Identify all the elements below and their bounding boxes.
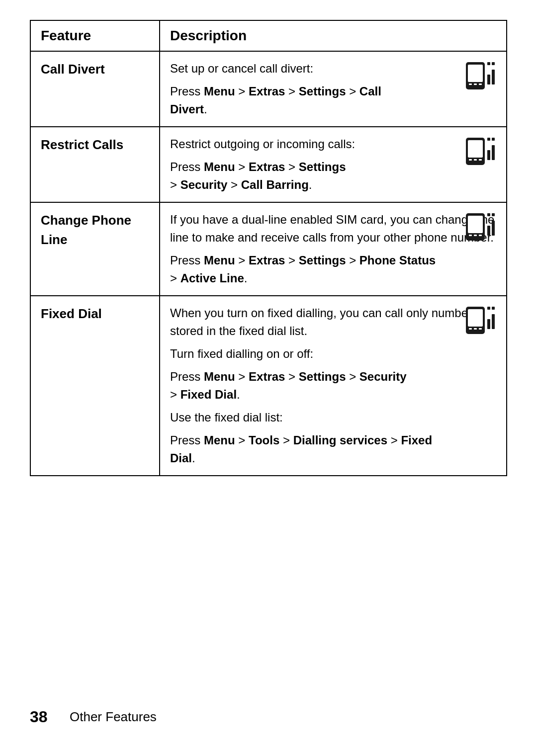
svg-rect-20 xyxy=(469,235,472,236)
fixed-dial-desc3: Press Menu > Extras > Settings > Securit… xyxy=(170,368,496,404)
tools-bold-fd2: Tools xyxy=(249,433,279,447)
svg-rect-14 xyxy=(487,150,490,160)
svg-rect-23 xyxy=(487,226,490,236)
svg-rect-25 xyxy=(487,213,490,216)
table-row: Fixed Dial xyxy=(30,296,507,476)
description-cell-call-divert: Set up or cancel call divert: Press Menu… xyxy=(160,51,507,127)
svg-rect-3 xyxy=(474,84,477,85)
svg-rect-16 xyxy=(487,138,490,141)
description-header: Description xyxy=(160,20,507,51)
security-bold-r: Security xyxy=(180,178,228,191)
feature-cell-change-phone: Change Phone Line xyxy=(30,202,160,296)
table-row: Change Phone Line xyxy=(30,202,507,296)
page-container: Feature Description Call Divert xyxy=(30,20,507,726)
svg-rect-28 xyxy=(468,309,483,327)
svg-rect-30 xyxy=(474,328,477,330)
svg-rect-34 xyxy=(487,307,490,310)
svg-rect-6 xyxy=(492,70,495,84)
svg-rect-4 xyxy=(479,84,482,85)
settings-bold-cp: Settings xyxy=(299,253,346,267)
svg-rect-22 xyxy=(479,235,482,236)
restrict-desc1: Restrict outgoing or incoming calls: xyxy=(170,135,496,153)
menu-bold-cp: Menu xyxy=(204,253,235,267)
svg-rect-21 xyxy=(474,235,477,236)
change-phone-desc1: If you have a dual-line enabled SIM card… xyxy=(170,211,496,247)
extras-bold-fd: Extras xyxy=(249,370,285,383)
feature-cell-call-divert: Call Divert xyxy=(30,51,160,127)
dial-bold-fd2: Dial xyxy=(170,451,192,465)
call-bold: Call xyxy=(359,84,381,98)
phone-icon-fixed-dial xyxy=(463,304,498,344)
svg-rect-32 xyxy=(487,319,490,329)
call-divert-desc1: Set up or cancel call divert: xyxy=(170,60,496,78)
callbarring-bold-r: Call Barring xyxy=(241,178,309,191)
settings-bold-r: Settings xyxy=(299,160,346,173)
fixeddial-bold-fd: Fixed Dial xyxy=(180,388,237,401)
phone-icon-change-phone xyxy=(463,211,498,251)
page-number: 38 xyxy=(30,708,60,726)
divert-bold: Divert xyxy=(170,102,204,116)
svg-rect-26 xyxy=(492,213,495,216)
svg-rect-7 xyxy=(487,62,490,65)
menu-bold-fd: Menu xyxy=(204,370,235,383)
fixed-bold-fd2: Fixed xyxy=(401,433,432,447)
svg-rect-1 xyxy=(468,65,483,82)
svg-rect-8 xyxy=(492,62,495,65)
menu-bold-r: Menu xyxy=(204,160,235,173)
svg-rect-2 xyxy=(469,84,472,85)
call-divert-desc2: Press Menu > Extras > Settings > Call Di… xyxy=(170,83,496,118)
description-cell-fixed-dial: When you turn on fixed dialling, you can… xyxy=(160,296,507,476)
svg-rect-33 xyxy=(492,314,495,329)
settings-bold-fd: Settings xyxy=(299,370,346,383)
svg-rect-12 xyxy=(474,159,477,161)
security-bold-fd: Security xyxy=(359,370,407,383)
svg-rect-11 xyxy=(469,159,472,161)
menu-bold-fd2: Menu xyxy=(204,433,235,447)
fixed-dial-desc1: When you turn on fixed dialling, you can… xyxy=(170,304,496,340)
fixed-dial-desc5: Press Menu > Tools > Dialling services >… xyxy=(170,431,496,467)
svg-rect-19 xyxy=(468,216,483,233)
table-row: Call Divert xyxy=(30,51,507,127)
description-cell-restrict-calls: Restrict outgoing or incoming calls: Pre… xyxy=(160,127,507,202)
phone-icon-call-divert xyxy=(463,60,498,99)
features-table: Feature Description Call Divert xyxy=(30,20,507,476)
svg-rect-35 xyxy=(492,307,495,310)
svg-rect-29 xyxy=(469,328,472,330)
svg-rect-13 xyxy=(479,159,482,161)
page-footer: 38 Other Features xyxy=(30,708,507,726)
feature-cell-restrict-calls: Restrict Calls xyxy=(30,127,160,202)
svg-rect-10 xyxy=(468,140,483,158)
svg-rect-24 xyxy=(492,221,495,236)
settings-bold: Settings xyxy=(299,84,346,98)
svg-rect-5 xyxy=(487,75,490,84)
menu-bold: Menu xyxy=(204,84,235,98)
restrict-desc2: Press Menu > Extras > Settings > Securit… xyxy=(170,158,496,194)
feature-cell-fixed-dial: Fixed Dial xyxy=(30,296,160,476)
phonestatus-bold-cp: Phone Status xyxy=(359,253,436,267)
extras-bold: Extras xyxy=(249,84,285,98)
change-phone-desc2: Press Menu > Extras > Settings > Phone S… xyxy=(170,252,496,287)
svg-rect-31 xyxy=(479,328,482,330)
dialling-bold-fd2: Dialling services xyxy=(293,433,387,447)
change-phone-label: Change Phone Line xyxy=(41,213,131,247)
extras-bold-cp: Extras xyxy=(249,253,285,267)
phone-icon-restrict-calls xyxy=(463,135,498,175)
feature-header: Feature xyxy=(30,20,160,51)
svg-rect-17 xyxy=(492,138,495,141)
section-title: Other Features xyxy=(70,709,157,725)
fixed-dial-desc4: Use the fixed dial list: xyxy=(170,409,496,426)
table-row: Restrict Calls xyxy=(30,127,507,202)
activeline-bold-cp: Active Line xyxy=(180,271,244,285)
extras-bold-r: Extras xyxy=(249,160,285,173)
fixed-dial-desc2: Turn fixed dialling on or off: xyxy=(170,345,496,363)
svg-rect-15 xyxy=(492,145,495,160)
description-cell-change-phone: If you have a dual-line enabled SIM card… xyxy=(160,202,507,296)
